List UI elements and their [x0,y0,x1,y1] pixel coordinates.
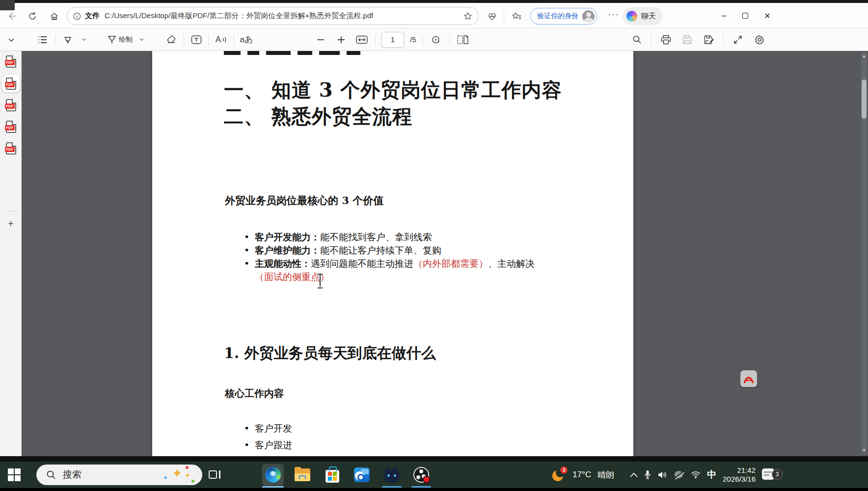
taskbar-store-button[interactable] [322,464,343,486]
core-values-list: 客户开发能力：能不能找到客户、拿到线索 客户维护能力：能不能让客户持续下单、复购… [242,231,576,284]
draw-dropdown[interactable] [137,32,145,48]
title-line-1: 一、 知道 3 个外贸岗位日常工作内容 [224,77,562,103]
pdf-band-label: PDF [5,103,15,109]
pdf-tab-2-active[interactable]: PDF [2,75,20,92]
info-icon [73,12,81,20]
back-button[interactable] [4,8,20,24]
start-button[interactable] [8,468,21,481]
url-text: C:/Users/L/Desktop/最终版PDF/第二部分：外贸岗位全景拆解+… [105,11,460,21]
taskbar-search-box[interactable]: 搜索 ✦✦✦ [36,465,202,485]
pdf-file-icon: PDF [6,55,16,68]
translate-button[interactable]: aあ [239,32,254,48]
pdf-page[interactable]: 一、 知道 3 个外贸岗位日常工作内容 二、 熟悉外贸全流程 外贸业务员岗位最核… [152,51,633,456]
add-text-button[interactable] [189,32,204,48]
core-values-heading: 外贸业务员岗位最核心的 3 个价值 [225,194,383,207]
outlook-icon [354,467,370,482]
toolbar-separator [422,34,423,45]
browser-essentials-button[interactable] [484,8,500,24]
verify-identity-button[interactable]: 验证你的身份 [530,8,597,25]
address-bar[interactable]: 文件 C:/Users/L/Desktop/最终版PDF/第二部分：外贸岗位全景… [67,7,479,25]
collapse-vertical-tabs-button[interactable] [4,32,19,48]
muted-status-icon[interactable] [674,469,684,480]
read-aloud-button[interactable]: A [214,32,229,48]
favorites-hub-button[interactable] [509,8,524,24]
taskbar-edge-button[interactable] [262,464,284,486]
print-button[interactable] [658,32,673,48]
search-document-button[interactable] [629,32,644,48]
window-minimize-button[interactable]: – [713,7,735,25]
save-as-button[interactable] [702,32,716,48]
speaker-icon[interactable] [657,470,667,479]
draw-button[interactable]: 绘制 [108,32,133,48]
chevron-down-icon [139,37,144,42]
zoom-in-button[interactable] [334,32,349,48]
clock[interactable]: 21:42 2026/3/16 [723,466,756,484]
pdf-band-label: PDF [5,125,15,130]
wifi-icon[interactable] [691,471,701,479]
favorite-star-button[interactable] [463,12,472,21]
file-explorer-icon [295,468,310,481]
pdf-tab-3[interactable]: PDF [2,96,20,114]
home-button[interactable] [46,8,62,24]
eraser-button[interactable] [164,32,179,48]
save-button[interactable] [680,32,695,48]
acrobat-extension-button[interactable] [740,370,757,387]
pdf-tab-4[interactable]: PDF [2,118,20,135]
acrobat-icon [742,373,755,385]
scroll-up-arrow[interactable]: ▲ [861,53,867,58]
browser-menu-button[interactable]: ··· [607,10,621,20]
page-view-icon [457,35,469,45]
taskbar-obs-button[interactable] [410,464,432,486]
page-number-input[interactable] [381,32,404,48]
scroll-down-arrow[interactable]: ▼ [861,448,867,453]
chrome-separator [504,11,504,21]
edge-active-indicator [262,486,284,488]
text-box-icon [191,35,202,45]
copilot-chat-button[interactable]: 聊天 [623,7,663,25]
new-tab-button[interactable]: + [2,216,20,232]
fit-to-width-button[interactable] [354,32,369,48]
highlighter-button[interactable] [60,32,75,48]
ime-indicator[interactable]: 中 [707,468,716,481]
microphone-icon[interactable] [644,470,651,480]
weather-temperature[interactable]: 17°C [572,470,591,480]
hidden-icons-chevron[interactable] [630,472,638,477]
weather-condition[interactable]: 晴朗 [597,469,614,481]
scrollbar-thumb[interactable] [862,79,867,119]
printer-icon [661,35,671,45]
task-view-button[interactable] [208,468,221,481]
highlighter-dropdown[interactable] [80,32,88,48]
window-close-button[interactable]: ✕ [757,7,778,25]
bullet-text: 客户开发 [255,423,292,434]
page-view-button[interactable] [456,32,470,48]
vertical-scrollbar[interactable]: ▲ ▼ [861,52,867,454]
pdf-band-label: PDF [5,60,15,65]
settings-button[interactable] [752,32,767,48]
taskbar-file-explorer-button[interactable] [292,464,313,486]
core-work-list: 客户开发 客户跟进 报价与样品推进 [242,420,576,456]
refresh-button[interactable] [25,8,40,24]
rotate-icon [431,35,441,45]
taskbar-outlook-button[interactable] [351,464,373,486]
microsoft-store-icon [326,470,339,483]
pdf-tab-5[interactable]: PDF [2,139,20,157]
notification-center-button[interactable]: 3 [762,467,784,482]
weather-button[interactable]: 3 [551,467,566,482]
frame-top-strip [0,0,868,3]
fullscreen-button[interactable] [731,32,745,48]
edge-icon [265,467,281,483]
cat-app-icon [384,470,399,483]
list-item: 客户维护能力：能不能让客户持续下单、复购 [242,244,576,257]
recording-dot [423,476,430,483]
pdf-toolbar: 绘制 A aあ [0,28,868,51]
rotate-button[interactable] [429,32,443,48]
toolbar-separator [651,34,651,45]
core-work-heading: 核心工作内容 [225,387,284,400]
zoom-out-button[interactable] [313,32,328,48]
translate-glyph: aあ [240,34,253,45]
pdf-tab-1[interactable]: PDF [2,52,20,70]
taskbar-cat-app-button[interactable] [381,464,403,486]
table-of-contents-button[interactable] [35,32,50,48]
title-line-2: 二、 熟悉外贸全流程 [224,103,562,129]
window-maximize-button[interactable] [734,7,756,25]
